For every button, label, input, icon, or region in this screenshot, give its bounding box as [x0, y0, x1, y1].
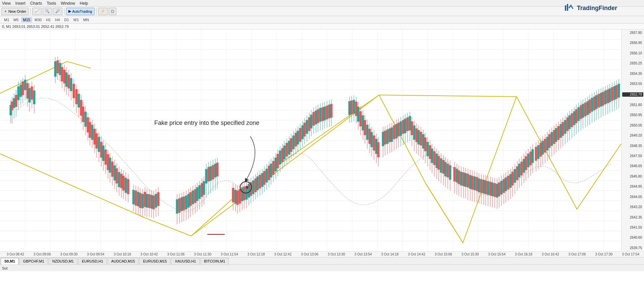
tf-h4[interactable]: H4: [53, 17, 62, 22]
tf-m30[interactable]: M30: [33, 17, 44, 22]
price-level-18: 2643.20: [622, 205, 643, 209]
svg-rect-156: [153, 196, 155, 209]
svg-rect-204: [236, 191, 238, 205]
svg-rect-258: [297, 131, 299, 144]
toolbar-objects[interactable]: ◻: [109, 8, 116, 15]
svg-rect-408: [485, 181, 487, 194]
svg-rect-452: [535, 147, 537, 160]
svg-rect-98: [85, 112, 87, 127]
svg-rect-434: [514, 169, 516, 183]
svg-rect-484: [571, 113, 573, 127]
new-order-label: New Order: [8, 9, 26, 13]
svg-rect-356: [424, 138, 426, 151]
svg-rect-438: [518, 164, 520, 177]
svg-rect-128: [118, 172, 120, 187]
menu-help[interactable]: Help: [80, 1, 88, 6]
price-level-22: 2639.75: [622, 246, 643, 250]
toolbar-zoom-out[interactable]: 🔎: [53, 8, 62, 15]
time-20: 3 Oct 16:18: [510, 252, 537, 256]
svg-rect-144: [139, 193, 141, 208]
tab-nzdusd[interactable]: NZDUSD,M1: [49, 258, 77, 265]
menu-tools[interactable]: Tools: [47, 1, 56, 6]
svg-rect-210: [243, 187, 245, 200]
menu-charts[interactable]: Charts: [30, 1, 42, 6]
svg-rect-488: [575, 109, 577, 123]
indicators-icon: ⚡: [101, 9, 105, 13]
svg-rect-1: [567, 4, 568, 11]
autotrading-button[interactable]: ▶ AutoTrading: [66, 8, 95, 15]
svg-rect-482: [569, 115, 571, 129]
menu-insert[interactable]: Insert: [15, 1, 25, 6]
svg-rect-240: [277, 154, 279, 168]
tab-eurusd-h1[interactable]: EURUSD,H1: [78, 258, 107, 265]
svg-rect-478: [564, 120, 566, 134]
svg-rect-218: [252, 181, 254, 194]
tf-mn[interactable]: MN: [81, 17, 91, 22]
svg-rect-108: [96, 134, 98, 148]
price-level-9: 2650.95: [622, 113, 643, 117]
tab-bitcoin[interactable]: BITCOIN,M1: [200, 258, 229, 265]
tf-m1[interactable]: M1: [2, 17, 11, 22]
svg-rect-198: [216, 163, 218, 176]
svg-rect-306: [366, 125, 368, 140]
svg-rect-270: [310, 115, 312, 128]
toolbar-chart-btn[interactable]: 📈: [32, 8, 42, 15]
autotrading-icon: ▶: [68, 9, 71, 13]
svg-rect-498: [587, 101, 589, 115]
svg-rect-448: [530, 152, 532, 165]
svg-rect-424: [503, 179, 505, 193]
svg-rect-480: [567, 117, 569, 131]
svg-rect-192: [210, 167, 212, 181]
toolbar-indicators[interactable]: ⚡: [98, 8, 108, 15]
objects-icon: ◻: [111, 9, 114, 13]
svg-rect-370: [440, 158, 442, 173]
zoom-in-icon: 🔍: [45, 9, 50, 13]
svg-rect-70: [33, 91, 35, 104]
svg-rect-322: [386, 130, 388, 144]
chart-area[interactable]: Fake price entry into the specified zone…: [0, 30, 644, 251]
svg-rect-130: [120, 174, 122, 188]
svg-rect-220: [255, 179, 257, 192]
tab-xauusd[interactable]: XAUUSD,H1: [171, 258, 200, 265]
tab-audcad[interactable]: AUDCAD,M15: [108, 258, 139, 265]
svg-rect-464: [548, 134, 550, 148]
svg-rect-244: [281, 148, 283, 162]
svg-rect-132: [122, 176, 124, 190]
price-level-21: 2640.60: [622, 236, 643, 239]
svg-rect-114: [102, 146, 104, 161]
new-order-button[interactable]: ＋ New Order: [1, 8, 29, 15]
svg-rect-66: [29, 88, 31, 102]
menu-window[interactable]: Window: [61, 1, 75, 6]
tf-h1[interactable]: H1: [44, 17, 53, 22]
tab-s0m1[interactable]: S0,M1: [1, 258, 19, 265]
svg-rect-288: [330, 104, 332, 117]
svg-rect-276: [317, 109, 319, 123]
svg-rect-428: [507, 176, 509, 189]
tf-m5[interactable]: M5: [11, 17, 20, 22]
tab-gbpchf[interactable]: GBPCHF,M1: [19, 258, 48, 265]
tf-d1[interactable]: D1: [62, 17, 71, 22]
price-level-8: 2651.80: [622, 103, 643, 107]
svg-rect-226: [261, 173, 263, 187]
menu-view[interactable]: View: [2, 1, 11, 6]
svg-rect-474: [560, 124, 562, 138]
time-11: 3 Oct 12:42: [270, 252, 297, 256]
svg-rect-126: [116, 169, 118, 183]
svg-rect-418: [496, 184, 498, 197]
time-17: 3 Oct 15:06: [430, 252, 457, 256]
time-23: 3 Oct 17:30: [591, 252, 618, 256]
toolbar-sep-3: [96, 8, 97, 15]
svg-rect-246: [283, 146, 285, 159]
tf-w1[interactable]: W1: [71, 17, 81, 22]
price-level-19: 2642.35: [622, 216, 643, 219]
logo-text: TradingFinder: [577, 5, 617, 12]
tf-m15[interactable]: M15: [21, 17, 32, 22]
tab-eurusd-m15[interactable]: EURUSD,M15: [139, 258, 170, 265]
svg-rect-92: [78, 94, 80, 107]
svg-rect-420: [498, 183, 500, 196]
svg-rect-454: [537, 145, 539, 159]
toolbar-zoom-in[interactable]: 🔍: [43, 8, 52, 15]
svg-rect-410: [487, 181, 489, 195]
svg-rect-202: [234, 190, 236, 203]
svg-rect-104: [91, 125, 93, 140]
